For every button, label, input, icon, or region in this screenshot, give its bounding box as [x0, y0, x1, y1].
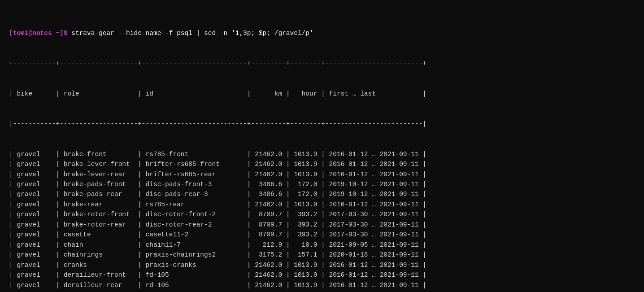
table-row: | gravel | brake-rotor-front | disc-roto… — [9, 209, 635, 219]
table-row: | gravel | derailleur-front | fd-105 | 2… — [9, 270, 635, 280]
table-header: | bike | role | id | km | hour | first …… — [9, 89, 635, 99]
table-row: | gravel | brake-pads-front | disc-pads-… — [9, 179, 635, 189]
command-text: strava-gear --hide-name -f psql | sed -n… — [68, 30, 313, 37]
table-row: | gravel | chain | chain11-7 | 212.9 | 1… — [9, 240, 635, 250]
table-body: | gravel | brake-front | rs785-front | 2… — [9, 149, 635, 292]
table-row: | gravel | cranks | praxis-cranks | 2146… — [9, 260, 635, 270]
table-row: | gravel | brake-rotor-rear | disc-rotor… — [9, 220, 635, 230]
command-line: [tomi@notes ~]$ strava-gear --hide-name … — [9, 28, 635, 38]
table-row: | gravel | chainrings | praxis-chainring… — [9, 250, 635, 260]
table-row: | gravel | brake-pads-rear | disc-pads-r… — [9, 189, 635, 199]
prompt-bracket: [tomi@notes ~]$ — [9, 30, 68, 37]
separator-mid: |-----------+--------------------+------… — [9, 119, 635, 129]
table-row: | gravel | brake-front | rs785-front | 2… — [9, 149, 635, 159]
table-row: | gravel | brake-rear | rs785-rear | 214… — [9, 200, 635, 209]
table-row: | gravel | brake-lever-front | brifter-r… — [9, 159, 635, 169]
table-row: | gravel | brake-lever-rear | brifter-rs… — [9, 170, 635, 179]
separator-top: +-----------+--------------------+------… — [9, 58, 635, 68]
table-row: | gravel | frame | specialized-diverge |… — [9, 290, 635, 292]
terminal: [tomi@notes ~]$ strava-gear --hide-name … — [9, 8, 635, 292]
table-row: | gravel | casette | casette11-2 | 8709.… — [9, 230, 635, 240]
table-row: | gravel | derailleur-rear | rd-105 | 21… — [9, 280, 635, 290]
